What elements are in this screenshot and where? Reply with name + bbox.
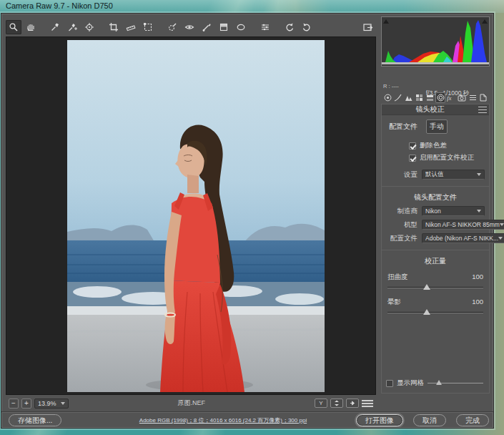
setup-row: 设置 默认值 (386, 170, 485, 180)
grid-size-slider-thumb[interactable] (436, 380, 442, 385)
highlight-clipping-warning[interactable] (481, 18, 488, 24)
preview-mode-button[interactable]: Y (315, 399, 327, 408)
divider (382, 250, 489, 250)
profile-label: 配置文件 (386, 234, 417, 243)
tab-camera-calibration-icon[interactable] (457, 92, 467, 103)
make-value: Nikon (425, 207, 441, 215)
profile-dropdown[interactable]: Adobe (Nikon AF-S NIKK... (422, 233, 504, 243)
profile-checkboxes: 删除色差 启用配置文件校正 (409, 141, 489, 162)
crop-tool-icon[interactable] (106, 20, 122, 34)
enable-profile-label: 启用配置文件校正 (420, 153, 474, 162)
tab-tone-curve-icon[interactable] (393, 92, 403, 103)
tab-hsl-grayscale-icon[interactable] (415, 92, 425, 103)
enable-profile-row[interactable]: 启用配置文件校正 (409, 153, 489, 162)
distortion-slider-block: 扭曲度 100 (387, 273, 483, 291)
tab-detail-icon[interactable] (404, 92, 414, 103)
divider (382, 186, 489, 187)
preferences-tool-icon[interactable] (257, 20, 273, 34)
hand-tool-icon[interactable] (23, 20, 39, 34)
swap-before-after-button[interactable] (330, 399, 343, 408)
tab-split-toning-icon[interactable] (425, 92, 435, 103)
camera-raw-dialog: − + 13.9% 原图.NEF Y (1, 13, 494, 429)
setup-label: 设置 (386, 170, 417, 180)
radial-filter-tool-icon[interactable] (233, 20, 249, 34)
vignetting-slider[interactable] (387, 309, 483, 316)
grid-size-slider[interactable] (428, 380, 485, 386)
toolbar (6, 19, 375, 36)
straighten-tool-icon[interactable] (123, 20, 139, 34)
graduated-filter-tool-icon[interactable] (216, 20, 232, 34)
shadow-clipping-warning[interactable] (382, 18, 390, 24)
chevron-down-icon (500, 223, 504, 226)
remove-ca-checkbox[interactable] (409, 142, 416, 150)
rotate-right-tool-icon[interactable] (299, 20, 315, 34)
adjustment-brush-tool-icon[interactable] (199, 20, 214, 34)
tab-profile[interactable]: 配置文件 (386, 120, 420, 133)
remove-ca-label: 删除色差 (420, 141, 447, 150)
zoom-tool-icon[interactable] (6, 20, 21, 34)
spot-removal-tool-icon[interactable] (164, 20, 180, 34)
vignetting-label: 晕影 (387, 298, 401, 307)
workflow-options-link[interactable]: Adobe RGB (1998)；8 位；4016 x 6016 (24.2 百… (102, 416, 345, 424)
show-grid-label: 显示网格 (397, 378, 424, 388)
lens-corrections-panel: 镜头校正 配置文件 手动 删除色差 启用配置文件校正 设置 (381, 104, 490, 394)
transform-tool-icon[interactable] (140, 20, 156, 34)
setup-dropdown[interactable]: 默认值 (422, 170, 485, 180)
window-titlebar[interactable]: Camera Raw 9.7 - Nikon D750 (0, 0, 504, 13)
canvas-statusbar: − + 13.9% 原图.NEF Y (6, 396, 376, 410)
lens-profile-title: 镜头配置文件 (382, 192, 489, 202)
save-image-button[interactable]: 存储图像... (9, 414, 61, 426)
readout-area: R : ---- G : ---- B : ---- f/3.5 1/1000 … (381, 69, 490, 90)
panel-title: 镜头校正 (382, 104, 478, 114)
image-filename: 原图.NEF (71, 399, 312, 408)
right-panel: R : ---- G : ---- B : ---- f/3.5 1/1000 … (381, 16, 490, 410)
show-grid-checkbox[interactable] (386, 380, 393, 387)
setup-value: 默认值 (425, 170, 444, 179)
zoom-in-button[interactable]: + (21, 399, 31, 409)
vignetting-slider-thumb[interactable] (423, 309, 430, 315)
profile-value: Adobe (Nikon AF-S NIKK... (425, 235, 498, 242)
svg-text:fx: fx (447, 94, 452, 102)
distortion-slider[interactable] (387, 284, 483, 291)
preview-photo (67, 40, 325, 392)
bottom-bar: 存储图像... Adobe RGB (1998)；8 位；4016 x 6016… (1, 411, 493, 429)
rgb-readout: R : ---- G : ---- B : ---- (381, 69, 405, 90)
chevron-down-icon (477, 173, 481, 176)
open-image-button[interactable]: 打开图像 (356, 414, 403, 426)
remove-ca-row[interactable]: 删除色差 (409, 141, 489, 150)
toggle-fullscreen-icon[interactable] (360, 20, 375, 34)
done-button[interactable]: 完成 (456, 414, 489, 426)
model-value: Nikon AF-S NIKKOR 85mm (425, 221, 500, 228)
zoom-level-value: 13.9% (38, 400, 56, 407)
red-eye-tool-icon[interactable] (182, 20, 197, 34)
distortion-slider-thumb[interactable] (423, 284, 430, 290)
tab-presets-icon[interactable] (468, 92, 478, 103)
zoom-level-select[interactable]: 13.9% (34, 399, 69, 409)
rotate-left-tool-icon[interactable] (282, 20, 297, 34)
vignetting-slider-block: 晕影 100 (387, 298, 483, 316)
make-row: 制造商 Nikon (386, 206, 485, 216)
make-dropdown[interactable]: Nikon (422, 206, 485, 216)
exif-info: f/3.5 1/1000 秒 ISO 100 85 毫米 (405, 69, 490, 90)
tab-basic-icon[interactable] (382, 92, 392, 103)
color-sampler-tool-icon[interactable] (64, 20, 80, 34)
model-label: 机型 (386, 220, 417, 230)
panel-header: 镜头校正 (382, 104, 489, 115)
tab-effects-icon[interactable]: fx (446, 92, 456, 103)
targeted-adjustment-tool-icon[interactable] (81, 20, 97, 34)
chevron-down-icon (498, 237, 503, 240)
white-balance-tool-icon[interactable] (47, 20, 63, 34)
tab-snapshots-icon[interactable] (478, 92, 488, 103)
panel-menu-icon[interactable] (478, 107, 487, 113)
copy-settings-button[interactable] (346, 399, 359, 408)
preview-menu-icon[interactable] (362, 399, 373, 408)
tab-lens-corrections-icon[interactable] (435, 92, 445, 103)
zoom-out-button[interactable]: − (9, 399, 19, 409)
show-grid-row: 显示网格 (386, 378, 485, 388)
enable-profile-checkbox[interactable] (409, 155, 416, 162)
model-dropdown[interactable]: Nikon AF-S NIKKOR 85mm (422, 220, 504, 230)
tab-manual[interactable]: 手动 (426, 119, 448, 134)
image-canvas[interactable] (6, 36, 376, 395)
cancel-button[interactable]: 取消 (413, 414, 446, 426)
histogram (381, 16, 490, 67)
